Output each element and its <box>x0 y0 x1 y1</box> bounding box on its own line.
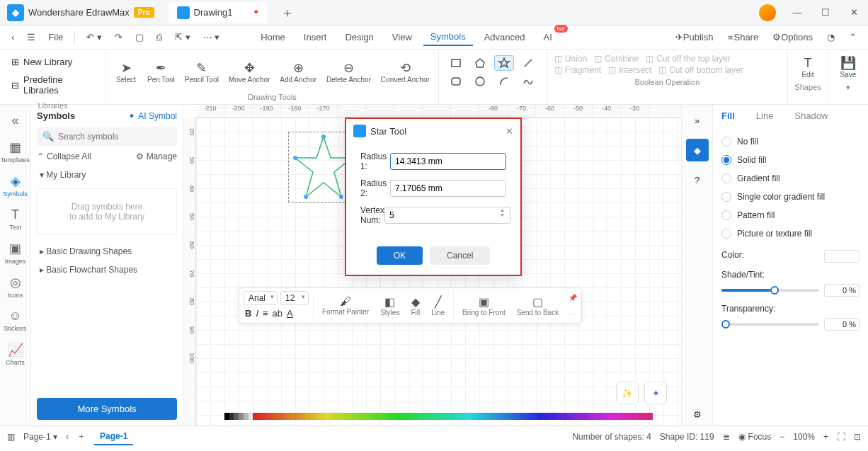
select-tool[interactable]: ➤Select <box>110 52 142 91</box>
save-icon[interactable]: ▢ <box>131 29 148 45</box>
ai-spark-button[interactable]: ✨ <box>616 382 639 404</box>
back-button[interactable]: ‹ <box>7 29 18 45</box>
cut-bottom-button[interactable]: ◫ Cut off bottom layer <box>658 65 743 75</box>
line-button[interactable]: ╱Line <box>427 294 449 318</box>
tab-fill[interactable]: Fill <box>721 110 735 124</box>
zoom-in[interactable]: + <box>823 432 828 442</box>
minimize-button[interactable]: ― <box>783 0 811 25</box>
italic-button[interactable]: I <box>256 308 258 319</box>
rail-fill-icon[interactable]: ◆ <box>686 139 709 161</box>
more-icon[interactable]: ⋯ ▾ <box>199 29 224 45</box>
opt-pattern-fill[interactable]: Pattern fill <box>721 206 860 224</box>
collapse-ribbon-icon[interactable]: ⌃ <box>845 29 861 45</box>
fill-button[interactable]: ◆Fill <box>406 294 424 318</box>
rail-icons[interactable]: ◎Icons <box>1 270 30 303</box>
cut-top-button[interactable]: ◫ Cut off the top layer <box>646 54 731 64</box>
shade-slider[interactable] <box>721 289 818 292</box>
page-layout-icon[interactable]: ▥ <box>7 432 15 442</box>
page-tab-1[interactable]: Page-1 <box>94 428 133 445</box>
shape-roundrect[interactable] <box>446 74 466 89</box>
lib-my-library[interactable]: ▾ My Library <box>37 166 177 184</box>
combine-button[interactable]: ◫ Combine <box>594 54 639 64</box>
menu-symbols[interactable]: Symbols <box>423 28 473 46</box>
font-select[interactable]: Arial <box>244 291 278 305</box>
predefine-libraries-button[interactable]: ⊟ Predefine Libraries <box>6 72 100 98</box>
search-input[interactable] <box>58 132 171 142</box>
union-button[interactable]: ◫ Union <box>554 54 587 64</box>
menu-view[interactable]: View <box>385 29 419 45</box>
hamburger-icon[interactable]: ☰ <box>23 29 40 45</box>
symbol-dropzone[interactable]: Drag symbols here to add to My Library <box>37 188 177 235</box>
intersect-button[interactable]: ◫ Intersect <box>608 65 651 75</box>
opt-no-fill[interactable]: No fill <box>721 132 860 151</box>
shape-pentagon[interactable] <box>470 55 490 71</box>
zoom-out[interactable]: − <box>780 432 784 442</box>
menu-design[interactable]: Design <box>338 29 380 45</box>
rail-templates[interactable]: ▦Templates <box>1 135 30 168</box>
focus-mode[interactable]: ◉ Focus <box>738 432 772 442</box>
opt-gradient-fill[interactable]: Gradient fill <box>721 169 860 188</box>
rail-stickers[interactable]: ☺Stickers <box>1 304 30 336</box>
opt-picture-fill[interactable]: Picture or texture fill <box>721 224 860 243</box>
rail-settings-icon[interactable]: ⚙ <box>686 403 709 426</box>
format-painter-button[interactable]: 🖌Format Painter <box>318 294 373 317</box>
font-color-button[interactable]: A <box>287 308 293 319</box>
menu-home[interactable]: Home <box>253 29 292 45</box>
case-button[interactable]: ab <box>273 308 282 319</box>
spin-down[interactable]: ▼ <box>500 212 510 217</box>
zoom-level[interactable]: 100% <box>793 432 815 442</box>
color-palette-bar[interactable] <box>224 413 653 421</box>
radius1-input[interactable] <box>390 153 506 170</box>
shade-value[interactable]: 0 % <box>824 284 860 297</box>
color-swatch[interactable] <box>824 250 860 263</box>
opt-solid-fill[interactable]: Solid fill <box>721 151 860 169</box>
convert-anchor-tool[interactable]: ⟲Convert Anchor <box>377 52 434 91</box>
tab-shadow[interactable]: Shadow <box>794 110 828 124</box>
manage-button[interactable]: ⚙ Manage <box>136 152 177 161</box>
pin-icon[interactable]: 📌 <box>569 294 577 302</box>
save-button[interactable]: 💾Save <box>833 52 864 81</box>
rail-text[interactable]: TText <box>1 203 30 235</box>
publish-button[interactable]: ✈ Publish <box>671 29 718 45</box>
share-button[interactable]: ∝ Share <box>723 29 763 45</box>
new-tab-button[interactable]: ＋ <box>281 4 294 21</box>
transparency-value[interactable]: 0 % <box>824 318 860 331</box>
add-anchor-tool[interactable]: ⊕Add Anchor <box>275 52 321 91</box>
rail-images[interactable]: ▣Images <box>1 236 30 269</box>
page-dropdown[interactable]: Page-1 ▾ <box>23 432 57 442</box>
more-format-icon[interactable]: ⋯ <box>569 310 577 318</box>
rail-collapse[interactable]: « <box>1 109 30 134</box>
pen-tool[interactable]: ✒Pen Tool <box>143 52 179 91</box>
shapes-dropdown[interactable]: Shapes <box>794 81 821 93</box>
close-button[interactable]: ✕ <box>840 0 868 25</box>
fit-screen-icon[interactable]: ⛶ <box>837 432 845 442</box>
menu-insert[interactable]: Insert <box>297 29 334 45</box>
file-menu[interactable]: File <box>44 29 67 45</box>
more-symbols-button[interactable]: More Symbols <box>37 398 177 420</box>
dialog-close-button[interactable]: ✕ <box>506 126 513 137</box>
shape-rect[interactable] <box>446 55 466 71</box>
options-button[interactable]: ⚙ Options <box>768 29 817 45</box>
edit-shapes-button[interactable]: TEdit <box>792 52 823 81</box>
rail-expand[interactable]: » <box>686 109 709 132</box>
align-button[interactable]: ≡ <box>263 308 268 319</box>
rail-charts[interactable]: 📈Charts <box>1 338 30 370</box>
ok-button[interactable]: OK <box>377 246 423 265</box>
ai-symbol-button[interactable]: ✦ AI Symbol <box>128 111 177 121</box>
print-icon[interactable]: ⎙ <box>152 29 166 45</box>
prev-page[interactable]: ‹ <box>66 432 69 442</box>
transparency-slider[interactable] <box>721 323 818 326</box>
fragment-button[interactable]: ◫ Fragment <box>554 65 601 75</box>
fullscreen-icon[interactable]: ⊡ <box>854 432 861 442</box>
rail-symbols[interactable]: ◈Symbols <box>1 169 30 202</box>
shape-curve[interactable] <box>518 74 538 89</box>
styles-button[interactable]: ◧Styles <box>376 294 404 318</box>
add-page[interactable]: ＋ <box>77 430 86 443</box>
move-anchor-tool[interactable]: ✥Move Anchor <box>224 52 274 91</box>
delete-anchor-tool[interactable]: ⊖Delete Anchor <box>322 52 375 91</box>
collapse-all-button[interactable]: ⌃ Collapse All <box>37 152 91 161</box>
layer-icon[interactable]: ≣ <box>723 432 730 442</box>
user-avatar[interactable] <box>759 4 776 21</box>
opt-single-gradient[interactable]: Single color gradient fill <box>721 188 860 206</box>
search-symbols[interactable]: 🔍 <box>37 127 177 146</box>
